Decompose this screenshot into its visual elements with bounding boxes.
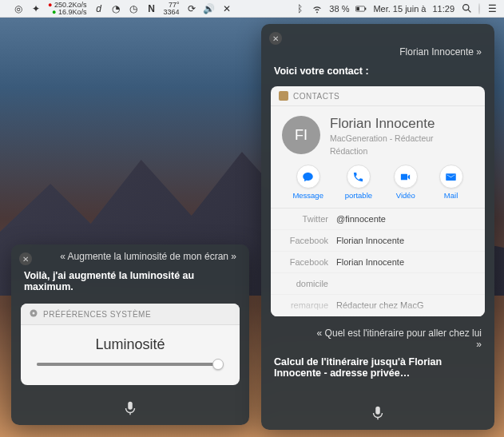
card-title: PRÉFÉRENCES SYSTÈME [43,310,151,319]
siri-response-directions: Calcul de l'itinéraire jusqu'à Florian I… [261,353,494,385]
spotlight-icon[interactable] [461,3,472,14]
menubar-time[interactable]: 11:29 [432,4,454,14]
clock-menubar-icon[interactable]: ◷ [128,3,139,14]
svg-point-3 [462,5,468,10]
notif-n-icon[interactable]: N [145,3,157,14]
gear-icon [29,308,38,320]
svg-rect-2 [357,6,360,10]
field-row: FacebookFlorian Innocente [271,252,485,273]
slider-thumb[interactable] [212,359,224,370]
siri-panel-contact: ✕ Florian Innocente » Voici votre contac… [261,24,494,430]
siri-menubar-icon[interactable] [478,4,480,14]
bluetooth-icon[interactable]: ᛒ [294,3,305,14]
menubar-date[interactable]: Mer. 15 juin à [373,4,426,14]
notification-center-icon[interactable]: ☰ [486,3,498,14]
brightness-slider[interactable] [37,363,224,366]
microphone-icon[interactable] [121,399,139,417]
mail-button[interactable]: Mail [439,165,463,200]
avatar: FI [282,116,320,154]
network-stats[interactable]: ● 250.2Ko/s ● 16.9Ko/s [48,2,86,16]
microphone-icon[interactable] [369,404,387,422]
system-preferences-card: PRÉFÉRENCES SYSTÈME Luminosité [21,304,240,385]
close-icon[interactable]: ✕ [19,252,32,265]
contact-subtitle-1: MacGeneration - Rédacteur [330,133,435,145]
contacts-book-icon [279,91,288,101]
brightness-label: Luminosité [34,336,227,353]
pie-icon[interactable]: ◔ [110,3,121,14]
battery-percent[interactable]: 38 % [329,4,349,14]
wifi-icon[interactable] [312,3,323,14]
contact-card: CONTACTS FI Florian Innocente MacGenerat… [271,86,485,316]
card-header: PRÉFÉRENCES SYSTÈME [21,304,240,325]
fade-overlay [271,296,485,316]
field-row: domicile [271,273,485,295]
svg-rect-1 [365,7,366,10]
field-row: Twitter@finnocente [271,209,485,230]
istat-d-icon[interactable]: d [93,3,104,14]
svg-line-4 [468,10,470,12]
siri-query-brightness: « Augmente la luminosité de mon écran » [11,244,249,267]
close-icon[interactable]: ✕ [269,32,282,45]
tools-icon[interactable]: ✕ [221,3,232,14]
menubar-app-icon-1[interactable]: ◎ [13,3,24,14]
svg-rect-7 [128,402,133,410]
video-button[interactable]: Vidéo [394,165,418,200]
menubar-app-icon-2[interactable]: ✦ [30,3,42,14]
siri-response-brightness: Voilà, j'ai augmenté la luminosité au ma… [11,267,249,299]
battery-icon[interactable] [355,3,367,14]
sync-icon[interactable]: ⟳ [186,3,197,14]
contact-subtitle-2: Rédaction [330,145,435,157]
siri-response-contact: Voici votre contact : [261,62,494,83]
contact-name: Florian Innocente [330,116,435,132]
field-row: FacebookFlorian Innocente [271,230,485,252]
contacts-header: CONTACTS [271,86,485,106]
call-button[interactable]: portable [345,165,372,200]
siri-query-directions: « Quel est l'itinéraire pour aller chez … [261,323,494,353]
svg-rect-9 [375,407,380,415]
message-button[interactable]: Message [292,165,323,200]
siri-panel-brightness: ✕ « Augmente la luminosité de mon écran … [11,244,249,425]
menubar: ◎ ✦ ● 250.2Ko/s ● 16.9Ko/s d ◔ ◷ N 77° 3… [0,0,504,18]
volume-icon[interactable]: 🔊 [204,3,215,14]
temp-stats[interactable]: 77° 3364 [163,2,179,16]
svg-point-6 [33,312,35,315]
siri-query-contact-truncated: Florian Innocente » [261,24,494,62]
